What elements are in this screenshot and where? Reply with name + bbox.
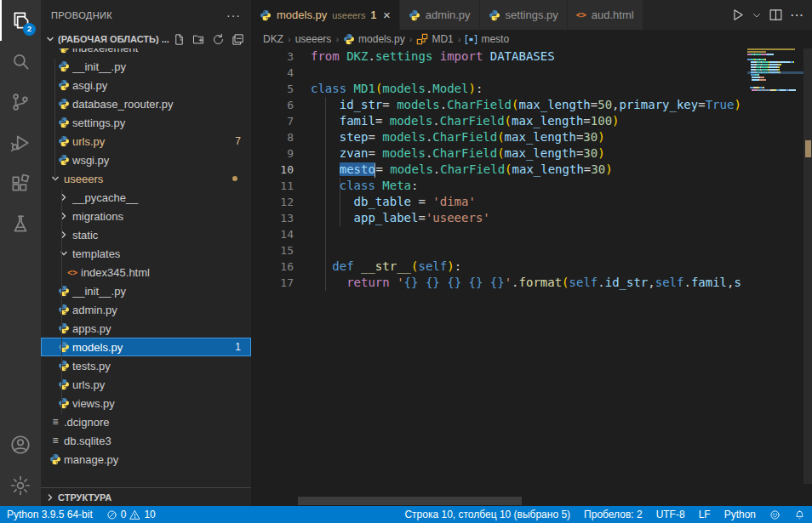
tree-item-urls.py[interactable]: urls.py <box>41 375 251 394</box>
breadcrumb-item-useeers[interactable]: useeers <box>295 33 332 45</box>
minimap[interactable] <box>747 48 803 92</box>
code-line-17[interactable]: 17 return '{} {} {} {} {}'.format(self.i… <box>251 275 747 291</box>
code-line-8[interactable]: 8 step= models.CharField(max_length=30) <box>251 129 747 145</box>
editor-actions: ⋯ <box>729 0 812 30</box>
new-folder-icon[interactable] <box>192 33 205 46</box>
status-bar-right: Строка 10, столбец 10 (выбрано 5)Пробело… <box>391 509 805 520</box>
tree-item-templates[interactable]: templates <box>41 244 251 263</box>
tree-item-db.sqlite3[interactable]: ≡db.sqlite3 <box>41 431 251 450</box>
code-line-15[interactable]: 15 <box>251 242 747 259</box>
account-icon[interactable] <box>0 424 41 465</box>
code-line-10[interactable]: 10 mesto= models.CharField(max_length=30… <box>251 162 747 178</box>
vertical-scrollbar[interactable] <box>803 48 812 506</box>
line-number: 16 <box>251 259 294 275</box>
settings-icon[interactable] <box>0 465 41 506</box>
explorer-icon[interactable]: 2 <box>0 0 41 41</box>
tree-item-database_roouter.py[interactable]: database_roouter.py <box>41 94 251 113</box>
code-line-4[interactable]: 4 <box>251 65 747 81</box>
tree-item-label: settings.py <box>72 117 251 129</box>
extensions-icon[interactable] <box>0 163 41 204</box>
code-line-11[interactable]: 11 class Meta: <box>251 178 747 194</box>
tab-aud.html[interactable]: <>aud.html <box>568 0 643 30</box>
code-editor[interactable]: 3from DKZ.settings import DATABASES45cla… <box>251 48 812 506</box>
testing-icon[interactable] <box>0 204 41 245</box>
code-line-12[interactable]: 12 db_table = 'dima' <box>251 194 747 210</box>
feedback-icon[interactable] <box>769 509 781 520</box>
tab-admin.py[interactable]: admin.py <box>400 0 480 30</box>
code-line-5[interactable]: 5class MD1(models.Model): <box>251 81 747 97</box>
run-debug-icon[interactable] <box>0 122 41 163</box>
tree-item-.dcignore[interactable]: ≡.dcignore <box>41 412 251 431</box>
tree-item-apps.py[interactable]: apps.py <box>41 319 251 338</box>
vertical-scrollbar-thumb[interactable] <box>803 48 812 484</box>
breadcrumb-item-MD1[interactable]: MD1 <box>416 33 453 45</box>
new-file-icon[interactable] <box>173 33 186 46</box>
tree-item-useeers[interactable]: useeers <box>41 169 251 188</box>
code-line-6[interactable]: 6 id_str= models.CharField(max_length=50… <box>251 97 747 113</box>
workspace-name: (РАБОЧАЯ ОБЛАСТЬ) ... <box>58 34 169 44</box>
tree-item-wsgi.py[interactable]: wsgi.py <box>41 151 251 169</box>
selected-text: mesto <box>340 162 375 176</box>
tree-item-label: models.py <box>72 341 235 354</box>
tree-item-settings.py[interactable]: settings.py <box>41 113 251 132</box>
collapse-all-icon[interactable] <box>232 33 244 46</box>
breadcrumb-label: MD1 <box>432 33 453 45</box>
code-line-16[interactable]: 16 def __str__(self): <box>251 259 747 275</box>
explorer-more-actions-icon[interactable]: ··· <box>226 9 241 22</box>
language-mode-indicator[interactable]: Python <box>724 509 756 520</box>
file-file-icon: ≡ <box>49 416 61 428</box>
tree-item-asgi.py[interactable]: asgi.py <box>41 76 251 94</box>
refresh-icon[interactable] <box>212 33 225 46</box>
chevron-right-icon <box>58 210 70 222</box>
breadcrumb: DKZ›useeers›models.py›MD1›mesto <box>251 30 812 48</box>
workspace-section-header[interactable]: (РАБОЧАЯ ОБЛАСТЬ) ... <box>41 30 251 48</box>
tree-item-__pycache__[interactable]: __pycache__ <box>41 188 251 207</box>
code-line-13[interactable]: 13 app_label='useeers' <box>251 210 747 226</box>
split-editor-button[interactable] <box>767 6 785 24</box>
tree-item-urls.py[interactable]: urls.py7 <box>41 132 251 151</box>
indentation-indicator[interactable]: Пробелов: 2 <box>584 509 643 520</box>
code-text: id_str= models.CharField(max_length=50,p… <box>294 97 741 113</box>
close-icon[interactable]: × <box>383 9 391 21</box>
tree-item-label: useeers <box>64 173 232 185</box>
breadcrumb-item-models.py[interactable]: models.py <box>343 33 405 45</box>
explorer-header: ПРОВОДНИК ··· <box>41 0 251 30</box>
search-icon[interactable] <box>0 41 41 82</box>
tree-item-migrations[interactable]: migrations <box>41 207 251 225</box>
encoding-indicator[interactable]: UTF-8 <box>656 509 685 520</box>
cursor-position-indicator[interactable]: Строка 10, столбец 10 (выбрано 5) <box>404 509 570 520</box>
code-line-9[interactable]: 9 zvan= models.CharField(max_length=30) <box>251 145 747 162</box>
tab-models.py[interactable]: models.pyuseeers1× <box>251 0 400 30</box>
python-interpreter-indicator[interactable]: Python 3.9.5 64-bit <box>7 509 93 520</box>
tree-item-views.py[interactable]: views.py <box>41 394 251 412</box>
tree-item-tests.py[interactable]: tests.py <box>41 356 251 375</box>
chevron-right-icon <box>44 492 56 503</box>
outline-section-header[interactable]: СТРУКТУРА <box>41 487 251 506</box>
problems-indicator[interactable]: 010 <box>106 509 156 520</box>
tree-item-models.py[interactable]: models.py1 <box>41 338 251 356</box>
breadcrumb-item-DKZ[interactable]: DKZ <box>263 33 283 45</box>
run-button[interactable] <box>729 6 746 24</box>
more-actions-icon[interactable]: ⋯ <box>788 5 805 25</box>
code-line-14[interactable]: 14 <box>251 226 747 242</box>
notifications-bell-icon[interactable] <box>794 509 805 520</box>
tab-settings.py[interactable]: settings.py <box>480 0 568 30</box>
tree-item-admin.py[interactable]: admin.py <box>41 300 251 319</box>
tree-item-indexelement[interactable]: indexelement <box>41 48 251 57</box>
code-content[interactable]: 3from DKZ.settings import DATABASES45cla… <box>251 48 747 291</box>
tree-item-index345.html[interactable]: <>index345.html <box>41 263 251 281</box>
tree-item-manage.py[interactable]: manage.py <box>41 450 251 469</box>
code-line-7[interactable]: 7 famil= models.CharField(max_length=100… <box>251 113 747 129</box>
python-file-icon <box>58 285 70 297</box>
eol-indicator[interactable]: LF <box>699 509 711 520</box>
tree-item-static[interactable]: static <box>41 225 251 244</box>
run-dropdown-chevron-icon[interactable] <box>750 9 763 22</box>
code-line-3[interactable]: 3from DKZ.settings import DATABASES <box>251 48 747 65</box>
horizontal-scrollbar-thumb[interactable] <box>298 497 522 505</box>
python-file-icon <box>58 397 70 409</box>
source-control-icon[interactable] <box>0 82 41 122</box>
tree-item-__init__.py[interactable]: __init__.py <box>41 57 251 76</box>
python-file-icon <box>49 453 61 465</box>
breadcrumb-item-mesto[interactable]: mesto <box>465 33 509 45</box>
tree-item-__init__.py[interactable]: __init__.py <box>41 281 251 300</box>
